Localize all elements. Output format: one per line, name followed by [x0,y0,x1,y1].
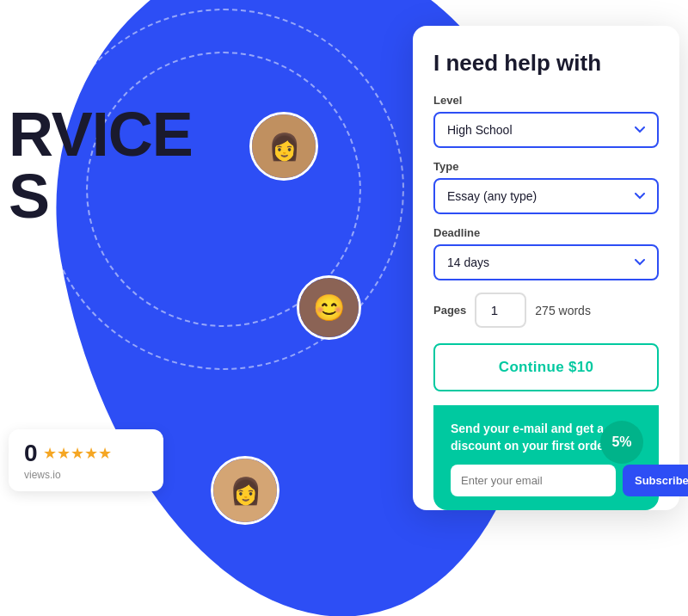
type-label: Type [433,160,659,173]
level-label: Level [433,94,659,107]
hero-line-1: RVICE [9,103,193,165]
level-select[interactable]: High School Undergraduate Master's PhD [433,112,659,148]
pages-label: Pages [433,304,466,317]
continue-button[interactable]: Continue $10 [433,343,659,391]
words-text: 275 words [535,304,591,317]
order-form-card: I need help with Level High School Under… [413,26,679,510]
email-input[interactable] [451,465,616,496]
avatar-2: 😊 [297,275,361,340]
review-stars: ★★★★★ [43,444,112,463]
avatar-3: 👩 [211,456,280,525]
avatar-3-face: 👩 [213,459,277,522]
avatar-1-face: 👩 [252,114,316,178]
deadline-select[interactable]: 14 days 7 days 3 days 24 hours 12 hours [433,244,659,280]
avatar-2-face: 😊 [299,278,359,337]
deadline-label: Deadline [433,226,659,239]
pages-row: Pages 275 words [433,293,659,328]
hero-line-2: S [9,165,193,227]
discount-percent: 5% [600,421,643,464]
subscribe-button[interactable]: Subscribe [623,465,688,496]
review-badge: 0 ★★★★★ views.io [9,429,163,491]
pages-input[interactable] [475,293,526,328]
discount-text: Send your e-mail and get a discount on y… [451,421,614,454]
hero-text: RVICE S [9,103,193,227]
discount-section: Send your e-mail and get a discount on y… [433,405,659,510]
email-row: Subscribe [451,465,642,496]
avatar-1: 👩 [249,112,318,181]
type-select[interactable]: Essay (any type) Research Paper Term Pap… [433,178,659,214]
review-score: 0 [24,440,38,467]
review-source: views.io [24,469,148,481]
form-title: I need help with [433,50,659,77]
